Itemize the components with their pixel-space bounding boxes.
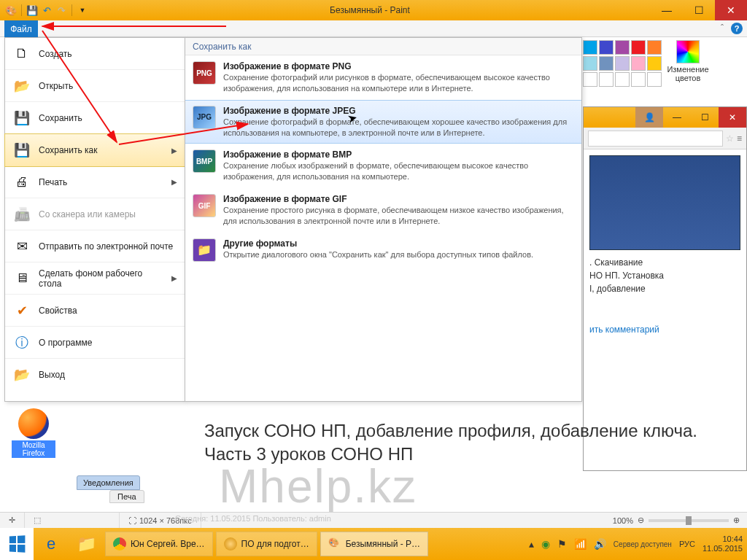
browser-maximize-button[interactable]: ☐ — [691, 107, 719, 128]
option-title: Другие форматы — [223, 238, 533, 249]
scanner-icon: 📠 — [12, 205, 31, 224]
option-title: Изображение в формате PNG — [223, 61, 574, 71]
save-as-bmp[interactable]: BMP Изображение в формате BMP Сохранение… — [185, 144, 581, 188]
menu-item-label: Открыть — [39, 81, 177, 91]
other-formats-icon: 📁 — [193, 238, 216, 262]
window-title: Безымянный - Paint — [89, 5, 651, 15]
option-desc: Открытие диалогового окна "Сохранить как… — [223, 249, 533, 260]
notifications-tab[interactable]: Уведомления — [77, 475, 140, 490]
save-as-icon: 💾 — [12, 141, 31, 160]
tray-flag-icon[interactable]: ⚑ — [557, 538, 567, 550]
menu-icon[interactable]: ≡ — [737, 133, 742, 144]
menu-item-label: Сохранить — [39, 113, 177, 123]
start-button[interactable] — [0, 528, 34, 560]
wallpaper-icon: 🖥 — [12, 269, 31, 288]
color-swatches[interactable] — [583, 40, 662, 87]
browser-close-button[interactable]: ✕ — [719, 107, 746, 128]
ribbon-collapse-icon[interactable]: ˆ — [721, 23, 724, 34]
page-text: НО НП. Установка — [589, 269, 740, 282]
qat-undo-icon[interactable]: ↶ — [40, 4, 53, 17]
menu-item-about[interactable]: ⓘ О программе — [5, 327, 185, 359]
qat-customize-icon[interactable]: ▼ — [76, 4, 89, 17]
option-desc: Сохранение фотографий в формате, обеспеч… — [223, 117, 574, 139]
zoom-percent: 100% — [613, 516, 633, 525]
statusbar-ghost-text: Сегодня: 11.05.2015 Пользователь: admin — [175, 514, 331, 523]
save-as-png[interactable]: PNG Изображение в формате PNG Сохранение… — [185, 55, 581, 100]
menu-item-wallpaper[interactable]: 🖥 Сделать фоном рабочего стола ▶ — [5, 262, 185, 295]
statusbar-selection: ⬚ — [25, 513, 120, 528]
option-desc: Сохранение фотографий или рисунков в фор… — [223, 72, 574, 94]
save-as-other[interactable]: 📁 Другие форматы Открытие диалогового ок… — [185, 233, 581, 268]
window-buttons: — ☐ ✕ — [651, 0, 747, 20]
task-label: ПО для подгот… — [241, 539, 309, 549]
crosshair-icon: ✛ — [9, 516, 15, 525]
tray-shield-icon[interactable]: ◉ — [541, 538, 550, 550]
browser-minimize-button[interactable]: — — [663, 107, 691, 128]
tray-date: 11.05.2015 — [703, 544, 743, 553]
browser-user-icon[interactable]: 👤 — [635, 107, 663, 128]
taskbar-task-app[interactable]: ПО для подгот… — [216, 532, 317, 556]
ribbon-header: Файл ˆ ? — [0, 20, 747, 37]
menu-item-label: Сделать фоном рабочего стола — [39, 268, 164, 289]
menu-item-new[interactable]: 🗋 Создать — [5, 38, 185, 70]
minimize-button[interactable]: — — [651, 0, 683, 20]
gif-icon: GIF — [193, 194, 216, 217]
taskbar-ie[interactable]: e — [34, 528, 69, 560]
menu-item-label: Создать — [39, 49, 177, 59]
desktop-icon-firefox[interactable]: Mozilla Firefox — [12, 408, 55, 458]
file-tab[interactable]: Файл — [4, 20, 38, 37]
app-icon — [224, 537, 237, 551]
zoom-slider[interactable] — [649, 519, 729, 522]
edit-colors-label: Изменение цветов — [667, 65, 708, 82]
video-thumbnail[interactable] — [589, 155, 740, 250]
qat-redo-icon[interactable]: ↷ — [55, 4, 68, 17]
taskbar-task-chrome[interactable]: Юн Сергей. Вре… — [105, 532, 213, 556]
tray-lang[interactable]: РУС — [679, 540, 695, 548]
print-icon: 🖨 — [12, 173, 31, 192]
tray-volume-icon[interactable]: 🔊 — [594, 538, 606, 550]
print-tab[interactable]: Печа — [109, 490, 144, 503]
address-bar[interactable] — [588, 131, 723, 147]
page-text: . Скачивание — [589, 256, 740, 269]
statusbar: ✛ ⬚ ⛶ 1024 × 768пкс 100% ⊖ ⊕ — [0, 512, 747, 528]
taskbar-explorer[interactable]: 📁 — [69, 528, 104, 560]
menu-item-open[interactable]: 📂 Открыть — [5, 70, 185, 102]
menu-item-save-as[interactable]: 💾 Сохранить как ▶ — [4, 133, 185, 167]
statusbar-coords: ✛ — [0, 513, 25, 528]
zoom-controls: 100% ⊖ ⊕ — [613, 516, 747, 525]
tray-up-icon[interactable]: ▴ — [529, 538, 534, 550]
star-icon[interactable]: ☆ — [726, 133, 734, 144]
help-icon[interactable]: ? — [731, 23, 743, 34]
bmp-icon: BMP — [193, 149, 216, 173]
edit-colors-button[interactable]: Изменение цветов — [666, 40, 710, 87]
menu-item-exit[interactable]: 📂 Выход — [5, 359, 185, 391]
menu-item-scanner: 📠 Со сканера или камеры — [5, 198, 185, 230]
submenu-arrow-icon: ▶ — [171, 178, 177, 186]
option-title: Изображение в формате GIF — [223, 194, 574, 204]
selection-icon: ⬚ — [34, 516, 41, 525]
menu-item-email[interactable]: ✉ Отправить по электронной почте — [5, 230, 185, 262]
tray-clock[interactable]: 10:44 11.05.2015 — [703, 534, 743, 553]
zoom-out-button[interactable]: ⊖ — [638, 516, 644, 525]
window-titlebar: 🎨 💾 ↶ ↷ ▼ Безымянный - Paint — ☐ ✕ — [0, 0, 747, 20]
add-comment-link[interactable]: ить комментарий — [589, 324, 740, 335]
menu-item-label: Сохранить как — [39, 145, 164, 155]
size-icon: ⛶ — [128, 516, 136, 525]
server-status: Сервер доступен — [614, 540, 672, 548]
taskbar-task-paint[interactable]: 🎨 Безымянный - P… — [320, 532, 428, 556]
menu-item-properties[interactable]: ✔ Свойства — [5, 295, 185, 327]
app-icon: 🎨 — [4, 4, 18, 17]
tray-network-icon[interactable]: 📶 — [574, 538, 587, 550]
close-button[interactable]: ✕ — [715, 0, 747, 20]
zoom-in-button[interactable]: ⊕ — [733, 516, 740, 525]
save-as-jpeg[interactable]: JPG Изображение в формате JPEG Сохранени… — [185, 100, 581, 144]
chrome-icon — [113, 537, 126, 551]
about-icon: ⓘ — [12, 333, 31, 352]
submenu-arrow-icon: ▶ — [171, 274, 177, 282]
menu-item-print[interactable]: 🖨 Печать ▶ — [5, 166, 185, 198]
maximize-button[interactable]: ☐ — [683, 0, 715, 20]
menu-item-save[interactable]: 💾 Сохранить — [5, 102, 185, 134]
save-as-gif[interactable]: GIF Изображение в формате GIF Сохранение… — [185, 188, 581, 233]
browser-toolbar: ☆ ≡ — [584, 128, 746, 149]
qat-save-icon[interactable]: 💾 — [26, 4, 39, 17]
